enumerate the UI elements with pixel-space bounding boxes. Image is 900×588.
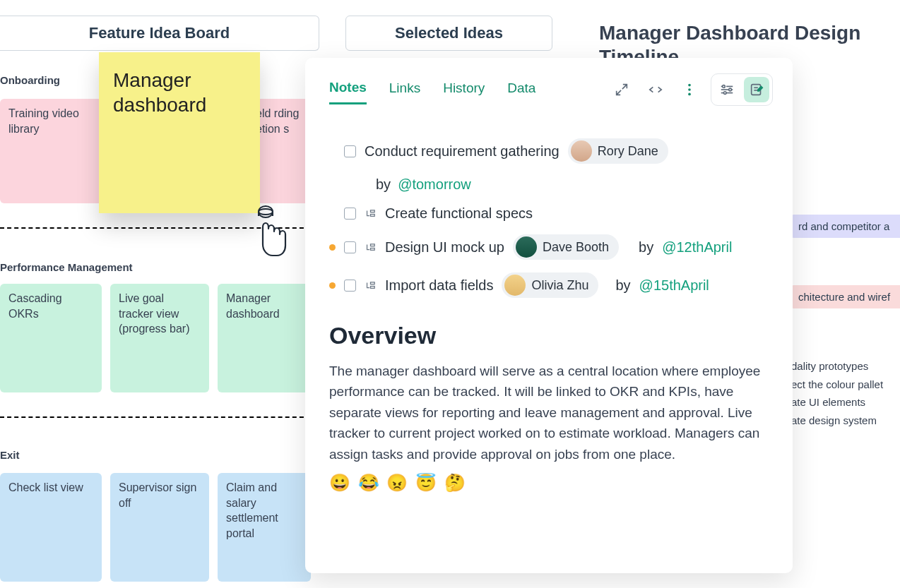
filters-icon[interactable] [714,77,740,102]
svg-point-6 [688,93,691,96]
more-icon[interactable] [677,77,702,102]
task-text: Create functional specs [385,205,533,222]
embed-icon[interactable] [643,77,668,102]
timeline-list: dality prototypes ect the colour pallet … [791,357,900,429]
card-manager-dashboard[interactable]: Manager dashboard [218,284,311,392]
svg-point-4 [688,84,691,87]
card-supervisor-signoff[interactable]: Supervisor sign off [110,473,209,582]
panel-tools [609,73,773,106]
avatar [504,275,526,296]
timeline-card-2[interactable]: chitecture and wiref [791,285,900,308]
svg-rect-22 [371,248,375,250]
svg-rect-20 [371,215,375,217]
assignee-pill[interactable]: Rory Dane [568,138,668,164]
section-performance: Performance Management [0,261,133,273]
column-feature-board[interactable]: Feature Idea Board [0,16,319,51]
task-text: Conduct requirement gathering [365,143,559,160]
section-onboarding: Onboarding [0,74,60,86]
assignee-pill[interactable]: Dave Booth [513,234,619,260]
bullet-spacer [329,210,336,217]
tab-notes[interactable]: Notes [329,80,367,104]
svg-rect-21 [371,244,375,246]
card-cascading-okrs[interactable]: Cascading OKRs [0,284,102,392]
checkbox[interactable] [344,145,356,157]
svg-rect-23 [371,282,375,284]
subtask-icon [365,208,377,220]
bullet-icon [329,244,336,251]
checkbox[interactable] [344,208,356,220]
divider-1 [0,227,311,229]
timeline-card-1[interactable]: rd and competitor a [791,215,900,238]
svg-point-0 [259,206,273,217]
task-text: Import data fields [385,277,493,294]
card-claim-salary[interactable]: Claim and salary settlement portal [218,473,311,582]
svg-rect-19 [371,210,375,212]
column-selected-ideas-label: Selected Ideas [395,24,503,42]
emoji-reactions[interactable]: 😀 😂 😠 😇 🤔 [329,473,769,493]
task-row[interactable]: Create functional specs [329,205,769,222]
overview-heading: Overview [329,322,769,349]
checkbox[interactable] [344,280,356,292]
overview-body: The manager dashboard will serve as a ce… [329,361,769,464]
canvas: Feature Idea Board Selected Ideas Manage… [0,0,900,588]
avatar [516,236,537,258]
column-selected-ideas[interactable]: Selected Ideas [345,16,552,51]
svg-point-10 [729,88,732,91]
due-date[interactable]: @12thApril [662,239,732,256]
subtask-icon [365,280,377,292]
due-date[interactable]: @15thApril [639,277,709,294]
svg-point-5 [688,88,691,91]
task-row[interactable]: Conduct requirement gathering Rory Dane [329,138,769,164]
tab-history[interactable]: History [443,80,485,103]
divider-2 [0,416,311,418]
svg-rect-24 [371,286,375,288]
assignee-pill[interactable]: Olivia Zhu [502,272,598,298]
tab-data[interactable]: Data [507,80,535,103]
svg-point-1 [259,209,273,215]
avatar [571,140,592,162]
task-row[interactable]: Import data fields Olivia Zhu by @15thAp… [329,272,769,298]
task-list: Conduct requirement gathering Rory Dane … [329,138,769,298]
bullet-icon [329,282,336,289]
checkbox[interactable] [344,241,356,253]
bullet-spacer [329,148,336,155]
section-exit: Exit [0,449,20,461]
card-checklist-view[interactable]: Check list view [0,473,102,582]
expand-icon[interactable] [609,77,634,102]
detail-panel: Notes Links History Data Conduct require… [305,58,793,573]
card-training-video-library[interactable]: Training video library [0,99,103,203]
due-date[interactable]: @tomorrow [398,176,471,193]
panel-view-toggle [711,73,773,106]
tab-links[interactable]: Links [389,80,420,103]
svg-point-7 [723,85,726,88]
sticky-note[interactable]: Manager dashboard [99,52,260,213]
card-live-goal-tracker[interactable]: Live goal tracker view (progress bar) [110,284,209,392]
task-row[interactable]: Design UI mock up Dave Booth by @12thApr… [329,234,769,260]
subtask-icon [365,241,377,253]
edit-note-icon[interactable] [744,77,769,102]
task-row-continued: by @tomorrow [329,176,769,193]
column-feature-board-label: Feature Idea Board [89,24,230,42]
task-text: Design UI mock up [385,239,504,256]
svg-point-13 [723,92,726,95]
